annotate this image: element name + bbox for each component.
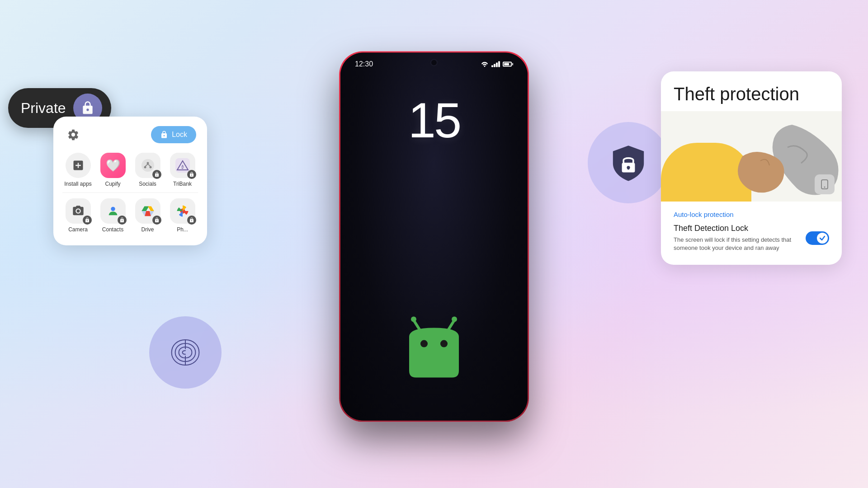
phone-clock: 15 xyxy=(408,95,460,145)
app-label-contacts: Contacts xyxy=(102,226,123,233)
toggle-text: Theft Detection Lock The screen will loc… xyxy=(674,224,798,252)
app-label-drive: Drive xyxy=(141,226,154,233)
camera-lock-badge xyxy=(83,216,92,225)
private-label: Private xyxy=(21,100,66,117)
app-item-contacts[interactable]: Contacts xyxy=(97,198,128,233)
settings-button[interactable] xyxy=(64,126,82,144)
svg-point-13 xyxy=(111,207,115,211)
svg-rect-16 xyxy=(627,168,629,170)
settings-icon xyxy=(67,128,80,141)
app-grid-panel: Lock Install apps 🤍 Cupify xyxy=(53,117,207,245)
android-mascot xyxy=(389,312,479,385)
lock-button-label: Lock xyxy=(172,131,187,139)
app-item-install[interactable]: Install apps xyxy=(62,153,94,187)
app-item-camera[interactable]: Camera xyxy=(62,198,94,233)
app-label-socials: Socials xyxy=(139,181,156,187)
contacts-lock-badge xyxy=(118,216,127,225)
app-item-socials[interactable]: Socials xyxy=(132,153,163,187)
photos-icon xyxy=(170,198,195,224)
detection-title: Theft Detection Lock xyxy=(674,224,798,233)
app-label-camera: Camera xyxy=(68,226,88,233)
app-item-cupify[interactable]: 🤍 Cupify xyxy=(97,153,128,187)
wifi-icon xyxy=(481,61,489,67)
tribank-lock-badge xyxy=(187,170,196,179)
divider xyxy=(62,192,198,193)
theft-illustration xyxy=(661,111,842,202)
cupify-icon: 🤍 xyxy=(100,153,126,178)
shield-bubble xyxy=(588,122,669,203)
apps-row-2: Camera Contacts xyxy=(62,198,198,233)
socials-lock-badge xyxy=(152,170,161,179)
cupify-emoji: 🤍 xyxy=(106,159,120,173)
theft-protection-card: Theft protection Auto-lock protection Th… xyxy=(661,71,842,265)
drive-lock-badge xyxy=(152,216,161,225)
app-label-cupify: Cupify xyxy=(105,181,120,187)
tribank-icon: ₿ xyxy=(170,153,195,178)
svg-point-2 xyxy=(411,317,416,322)
svg-point-5 xyxy=(440,340,448,347)
fingerprint-icon xyxy=(167,334,203,371)
app-item-photos[interactable]: Ph... xyxy=(167,198,198,233)
check-icon xyxy=(819,235,826,241)
phone-screen: 12:30 xyxy=(340,53,528,421)
phone-inner: 12:30 xyxy=(340,53,528,421)
app-label-tribank: TriBank xyxy=(173,181,192,187)
camera-cutout xyxy=(430,59,438,66)
illus-phone-small-icon xyxy=(815,174,835,194)
theft-card-header: Theft protection xyxy=(661,71,842,104)
status-icons xyxy=(481,61,513,67)
theft-detection-row: Theft Detection Lock The screen will loc… xyxy=(674,224,829,252)
drive-icon xyxy=(135,198,160,224)
svg-point-7 xyxy=(144,166,146,169)
photos-lock-badge xyxy=(187,216,196,225)
theft-detection-toggle[interactable] xyxy=(806,231,829,245)
battery-icon xyxy=(503,61,513,66)
theft-title: Theft protection xyxy=(674,84,829,104)
contacts-icon xyxy=(100,198,126,224)
toggle-knob xyxy=(817,233,828,244)
status-time: 12:30 xyxy=(355,60,373,68)
svg-point-4 xyxy=(420,340,428,347)
app-label-photos: Ph... xyxy=(177,226,188,233)
svg-text:₿: ₿ xyxy=(181,164,184,169)
lock-icon xyxy=(80,101,95,115)
apps-row-1: Install apps 🤍 Cupify xyxy=(62,153,198,187)
svg-point-18 xyxy=(824,187,826,188)
lock-button[interactable]: Lock xyxy=(151,126,196,143)
svg-point-9 xyxy=(146,162,149,164)
signal-icon xyxy=(491,61,500,67)
lock-button-icon xyxy=(160,131,168,139)
camera-icon xyxy=(66,198,91,224)
auto-lock-link[interactable]: Auto-lock protection xyxy=(674,211,829,218)
svg-point-8 xyxy=(149,166,151,169)
phone-outer-frame: 12:30 xyxy=(339,52,529,422)
app-item-tribank[interactable]: ₿ TriBank xyxy=(167,153,198,187)
panel-header: Lock xyxy=(62,126,198,144)
shield-lock-icon xyxy=(608,142,649,183)
phone-mockup: 12:30 xyxy=(339,52,529,422)
fingerprint-bubble xyxy=(149,316,222,389)
app-label-install: Install apps xyxy=(64,181,92,187)
install-icon xyxy=(66,153,91,178)
app-item-drive[interactable]: Drive xyxy=(132,198,163,233)
theft-card-body: Auto-lock protection Theft Detection Loc… xyxy=(661,202,842,265)
socials-icon xyxy=(135,153,160,178)
detection-desc: The screen will lock if this setting det… xyxy=(674,236,798,252)
svg-point-6 xyxy=(142,159,154,172)
svg-point-3 xyxy=(452,317,457,322)
